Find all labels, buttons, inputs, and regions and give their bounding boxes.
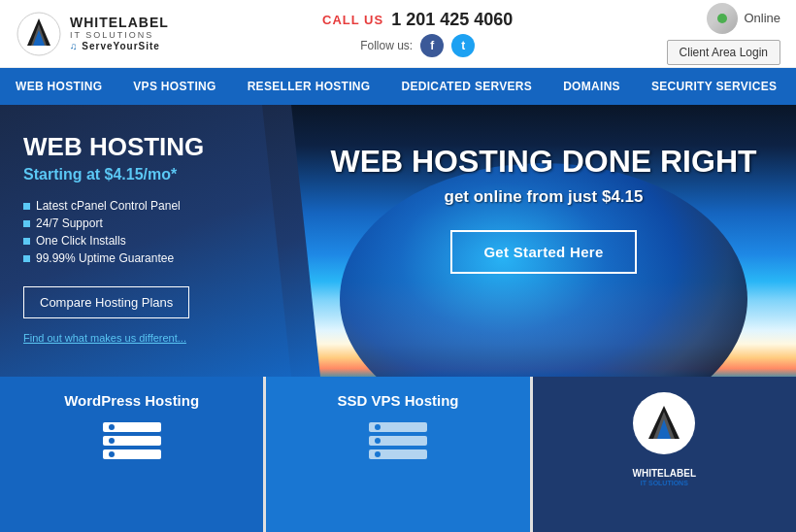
hero-tagline: get online from just $4.15 [291,187,796,207]
vps-hosting-title: SSD VPS Hosting [337,392,458,409]
hero-big-title: WEB HOSTING DONE RIGHT [291,144,796,180]
follow-line: Follow us: f t [360,34,475,57]
logo-brand: WHITELABEL [70,16,169,30]
feature-2: 24/7 Support [23,215,268,232]
phone-number: 1 201 425 4060 [391,10,513,30]
online-area: Online Client Area Login [667,3,780,65]
find-out-link[interactable]: Find out what makes us different... [23,332,186,344]
bottom-cards: WordPress Hosting SSD VPS Hosting WH [0,377,796,532]
call-area: CALL US 1 201 425 4060 Follow us: f t [169,10,667,57]
feature-3: One Click Installs [23,232,268,249]
hero-section: WEB HOSTING Starting at $4.15/mo* Latest… [0,105,796,377]
logo-sub1: IT SOLUTIONS [70,31,169,41]
whitelabel-logo-svg [641,400,687,447]
hero-title: WEB HOSTING [23,132,268,162]
whitelabel-logo-inner [639,398,689,449]
header: WHITELABEL IT SOLUTIONS ♫ ServeYourSite … [0,0,796,68]
feature-4: 99.99% Uptime Guarantee [23,249,268,267]
wordpress-hosting-card[interactable]: WordPress Hosting [0,377,266,532]
call-line: CALL US 1 201 425 4060 [322,10,513,30]
chat-avatar [707,3,738,34]
bullet-icon [23,255,30,262]
facebook-icon[interactable]: f [420,34,444,57]
whitelabel-logo-circle [633,392,695,454]
whitelabel-card[interactable]: WHITELABEL IT SOLUTIONS [533,377,796,532]
hero-features: Latest cPanel Control Panel 24/7 Support… [23,197,268,267]
bullet-icon [23,203,30,210]
bullet-icon [23,238,30,245]
nav-security-services[interactable]: SECURITY SERVICES [636,68,792,105]
server-bar [103,422,161,432]
hero-price: $4.15/mo* [105,166,178,183]
server-bar [103,449,161,459]
nav-dedicated-servers[interactable]: DEDICATED SERVERS [385,68,547,105]
server-bar [369,449,427,459]
server-bar [369,436,427,446]
feature-1: Latest cPanel Control Panel [23,197,268,215]
tagline-price: $4.15 [602,187,644,206]
server-bar [103,436,161,446]
twitter-icon[interactable]: t [451,34,475,57]
logo-sub2: ♫ ServeYourSite [70,41,169,51]
client-login-button[interactable]: Client Area Login [667,40,780,65]
call-us-label: CALL US [322,13,383,27]
online-dot [717,14,727,23]
whitelabel-card-text: WHITELABEL IT SOLUTIONS [633,468,697,487]
vps-hosting-card[interactable]: SSD VPS Hosting [266,377,532,532]
get-started-button[interactable]: Get Started Here [450,230,636,274]
hero-left-panel: WEB HOSTING Starting at $4.15/mo* Latest… [0,105,291,377]
compare-hosting-plans-button[interactable]: Compare Hosting Plans [23,286,189,318]
online-label: Online [744,11,780,25]
server-icon-vps [369,422,427,459]
nav-vps-hosting[interactable]: VPS HOSTING [117,68,231,105]
nav-domains[interactable]: DOMAINS [547,68,636,105]
follow-label: Follow us: [360,39,413,52]
hero-overlay-text: WEB HOSTING DONE RIGHT get online from j… [291,144,796,274]
hero-subtitle: Starting at $4.15/mo* [23,166,268,183]
nav-reseller-hosting[interactable]: RESELLER HOSTING [232,68,386,105]
hero-right-panel: WEB HOSTING DONE RIGHT get online from j… [291,105,796,377]
online-badge: Online [707,3,780,34]
server-bar [369,422,427,432]
nav-web-hosting[interactable]: WEB HOSTING [0,68,117,105]
logo-icon [16,11,62,57]
server-icon-wordpress [103,422,161,459]
logo-area: WHITELABEL IT SOLUTIONS ♫ ServeYourSite [16,11,169,57]
nav-about-us[interactable]: ABOUT US [792,68,796,105]
logo-text: WHITELABEL IT SOLUTIONS ♫ ServeYourSite [70,16,169,50]
wordpress-hosting-title: WordPress Hosting [64,392,199,409]
bullet-icon [23,220,30,227]
main-nav: WEB HOSTING VPS HOSTING RESELLER HOSTING… [0,68,796,105]
